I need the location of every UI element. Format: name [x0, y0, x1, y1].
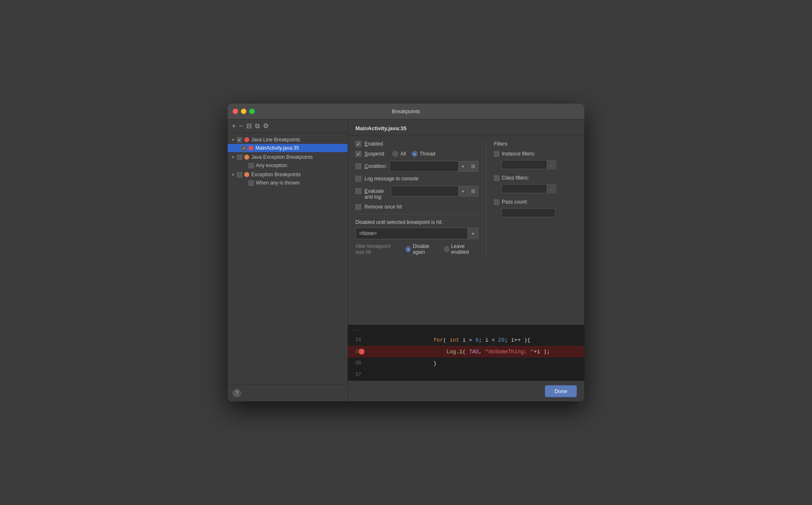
sidebar-footer: ?	[228, 384, 348, 401]
exception-breakpoints-header[interactable]: ▼ Exception Breakpoints	[228, 170, 348, 179]
code-line-37: 37	[348, 369, 584, 381]
class-filter-dots[interactable]: ...	[547, 184, 556, 193]
evaluate-input[interactable]	[391, 186, 459, 197]
titlebar: Breakpoints	[228, 104, 584, 119]
main-body: Enabled Suspend All	[348, 136, 584, 325]
collapse-arrow-3: ▼	[231, 172, 235, 177]
settings-button[interactable]: ⚙	[263, 123, 269, 129]
leave-enabled-circle	[444, 246, 449, 252]
suspend-label: Suspend	[365, 151, 384, 157]
maximize-button[interactable]	[249, 109, 255, 114]
main-content-row: Enabled Suspend All	[355, 141, 577, 260]
when-any-label: When any is thrown	[256, 180, 299, 186]
thread-radio-circle	[412, 151, 418, 157]
after-hit-label: After breakpoint was hit	[355, 243, 400, 255]
instance-checkbox[interactable]	[494, 151, 499, 157]
class-filter-input[interactable]	[501, 184, 547, 193]
disabled-until-label: Disabled until selected breakpoint is hi…	[355, 219, 479, 225]
log-label: Log message to console	[365, 176, 418, 182]
disable-again-circle	[406, 246, 411, 252]
enabled-checkbox[interactable]	[355, 141, 361, 147]
java-exception-check[interactable]	[237, 155, 242, 160]
close-button[interactable]	[233, 109, 238, 114]
java-line-breakpoints-header[interactable]: ▼ Java Line Breakpoints	[228, 136, 348, 144]
pass-count-input-row	[494, 208, 577, 217]
breakpoints-window: Breakpoints + − ⊟ ⧉ ⚙ ▼ Java Line Breakp…	[228, 104, 584, 401]
instance-filter-dots[interactable]: ...	[547, 160, 556, 169]
leave-enabled-radio[interactable]: Leave enabled	[444, 243, 479, 255]
java-exception-breakpoints-group: ▼ Java Exception Breakpoints Any excepti…	[228, 153, 348, 170]
code-area: ... 34 for( int i = 0; i < 20; i++ ){ 35…	[348, 325, 584, 381]
instance-filter-input[interactable]	[501, 160, 547, 169]
exception-label: Exception Breakpoints	[251, 172, 301, 177]
any-exception-check[interactable]	[248, 163, 254, 168]
remove-once-checkbox[interactable]	[355, 204, 361, 210]
done-button[interactable]: Done	[545, 385, 577, 397]
condition-row: Condition: ▾ ⊞	[355, 161, 479, 172]
when-any-check[interactable]	[248, 180, 254, 186]
minimize-button[interactable]	[241, 109, 246, 114]
java-line-label: Java Line Breakpoints	[251, 137, 300, 143]
collapse-arrow: ▼	[231, 138, 235, 142]
any-exception-label: Any exception	[256, 163, 287, 168]
suspend-row: Suspend All Thread	[355, 151, 479, 157]
sidebar-toolbar: + − ⊟ ⧉ ⚙	[228, 119, 348, 133]
window-title: Breakpoints	[392, 108, 421, 114]
any-exception-item[interactable]: Any exception	[228, 161, 348, 170]
java-exception-header[interactable]: ▼ Java Exception Breakpoints	[228, 153, 348, 161]
class-filter-row: Class filters:	[494, 175, 577, 181]
evaluate-label: Evaluate and log:	[365, 188, 388, 200]
evaluate-input-wrap: ▾ ⊞	[391, 186, 479, 197]
condition-action-btn[interactable]: ⊞	[468, 161, 479, 172]
class-checkbox[interactable]	[494, 175, 499, 181]
suspend-options: All Thread	[392, 151, 435, 157]
pass-count-input[interactable]	[501, 208, 555, 217]
copy-button[interactable]: ⧉	[255, 123, 260, 129]
sidebar: + − ⊟ ⧉ ⚙ ▼ Java Line Breakpoints	[228, 119, 348, 401]
remove-breakpoint-button[interactable]: −	[239, 123, 243, 129]
evaluate-checkbox[interactable]	[355, 188, 361, 194]
disabled-dropdown-btn[interactable]: ▾	[468, 228, 479, 239]
remove-once-row: Remove once hit	[355, 204, 479, 214]
condition-dropdown[interactable]: ▾	[459, 161, 468, 172]
breakpoint-indicator	[359, 349, 365, 354]
java-exception-label: Java Exception Breakpoints	[251, 154, 313, 160]
java-line-icon	[244, 137, 249, 142]
main-activity-check[interactable]	[241, 146, 246, 151]
enabled-label: Enabled	[365, 141, 383, 147]
exception-icon	[244, 172, 249, 177]
instance-filter-row: Instance filters:	[494, 151, 577, 157]
disable-again-radio[interactable]: Disable again	[406, 243, 438, 255]
folder-button[interactable]: ⊟	[246, 123, 252, 129]
main-activity-label: MainActivity.java:35	[255, 145, 299, 151]
condition-label: Condition:	[365, 163, 387, 169]
java-line-check[interactable]	[237, 137, 242, 143]
main-left: Enabled Suspend All	[355, 141, 479, 260]
condition-checkbox[interactable]	[355, 163, 361, 169]
thread-radio[interactable]: Thread	[412, 151, 435, 157]
vertical-divider	[486, 141, 486, 260]
pass-count-checkbox[interactable]	[494, 199, 499, 205]
class-label: Class filters:	[502, 175, 529, 181]
exception-breakpoints-group: ▼ Exception Breakpoints When any is thro…	[228, 170, 348, 187]
main-footer: Done	[348, 381, 584, 401]
main-activity-item[interactable]: MainActivity.java:35	[228, 144, 348, 152]
condition-input[interactable]	[389, 161, 459, 172]
main-activity-icon	[248, 146, 253, 151]
evaluate-dropdown[interactable]: ▾	[459, 186, 468, 197]
none-option-label: <None>	[359, 231, 377, 236]
filters-title: Filters	[494, 141, 577, 147]
add-breakpoint-button[interactable]: +	[232, 123, 236, 129]
all-radio[interactable]: All	[392, 151, 406, 157]
enabled-row: Enabled	[355, 141, 479, 147]
when-any-thrown-item[interactable]: When any is thrown	[228, 179, 348, 187]
log-checkbox[interactable]	[355, 176, 361, 182]
exception-check[interactable]	[237, 172, 242, 177]
evaluate-action-btn[interactable]: ⊞	[468, 186, 479, 197]
help-button[interactable]: ?	[233, 389, 241, 397]
pass-count-label: Pass count:	[502, 199, 528, 205]
disabled-until-section: Disabled until selected breakpoint is hi…	[355, 219, 479, 255]
instance-filter-input-row: ...	[494, 160, 577, 169]
suspend-checkbox[interactable]	[355, 151, 361, 157]
line-num-36: 36	[348, 360, 365, 366]
